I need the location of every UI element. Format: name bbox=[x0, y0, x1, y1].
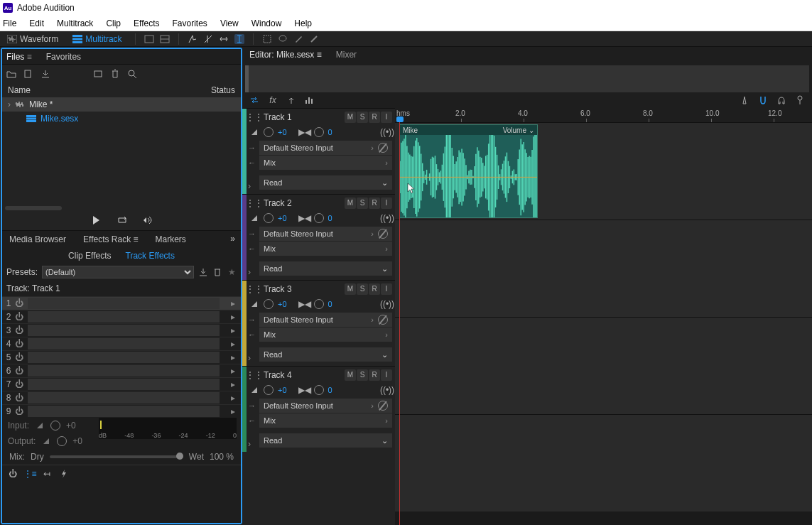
record-button[interactable]: R bbox=[369, 112, 380, 123]
play-icon[interactable] bbox=[91, 215, 101, 225]
stereo-icon[interactable]: ((•)) bbox=[382, 385, 392, 395]
solo-button[interactable]: S bbox=[357, 283, 368, 295]
marquee-tool-icon[interactable] bbox=[262, 34, 272, 44]
brush-tool-icon[interactable] bbox=[293, 34, 303, 44]
tab-files[interactable]: Files ≡ bbox=[6, 52, 32, 62]
waveform-mode-button[interactable]: Waveform bbox=[3, 33, 63, 45]
hud-icon-2[interactable] bbox=[160, 34, 170, 44]
hamburger-icon[interactable]: ≡ bbox=[27, 52, 32, 62]
pan-knob[interactable] bbox=[314, 299, 324, 309]
file-row[interactable]: Mike.sesx bbox=[2, 112, 241, 126]
open-file-icon[interactable] bbox=[6, 69, 16, 79]
eq-icon[interactable] bbox=[305, 95, 315, 105]
effect-slot[interactable]: 3⏻▸ bbox=[2, 323, 241, 337]
phase-icon[interactable] bbox=[378, 401, 388, 411]
insert-icon[interactable] bbox=[93, 69, 103, 79]
loop-icon[interactable] bbox=[117, 215, 126, 225]
search-icon[interactable] bbox=[127, 69, 137, 79]
volume-value[interactable]: +0 bbox=[278, 214, 287, 222]
collapse-icon[interactable]: › bbox=[248, 181, 251, 191]
track-lane[interactable] bbox=[395, 220, 812, 317]
tab-media-browser[interactable]: Media Browser bbox=[9, 234, 66, 244]
volume-knob[interactable] bbox=[264, 127, 274, 137]
effect-slot[interactable]: 4⏻▸ bbox=[2, 337, 241, 350]
menu-window[interactable]: Window bbox=[251, 18, 282, 28]
slip-tool-icon[interactable] bbox=[219, 34, 229, 44]
track-name[interactable]: Track 1 bbox=[264, 112, 340, 122]
phase-icon[interactable] bbox=[378, 229, 388, 239]
tab-track-effects[interactable]: Track Effects bbox=[126, 251, 175, 261]
mute-button[interactable]: M bbox=[345, 112, 356, 123]
record-button[interactable]: R bbox=[369, 369, 380, 381]
tab-clip-effects[interactable]: Clip Effects bbox=[68, 251, 111, 261]
save-preset-icon[interactable] bbox=[198, 267, 208, 277]
collapse-icon[interactable]: › bbox=[248, 439, 251, 449]
stereo-icon[interactable]: ((•)) bbox=[382, 213, 392, 223]
track-name[interactable]: Track 4 bbox=[264, 370, 340, 380]
effect-slot[interactable]: 9⏻▸ bbox=[2, 404, 241, 418]
timeline[interactable]: hms 2.04.06.08.010.012.0 MikeVolume ⌄ bbox=[395, 108, 812, 525]
solo-button[interactable]: S bbox=[357, 197, 368, 209]
hamburger-icon[interactable]: ≡ bbox=[134, 234, 139, 244]
pan-knob[interactable] bbox=[314, 127, 324, 137]
heal-tool-icon[interactable] bbox=[309, 34, 319, 44]
headphone-icon[interactable] bbox=[776, 95, 786, 105]
playhead[interactable] bbox=[399, 120, 400, 525]
menu-clip[interactable]: Clip bbox=[106, 18, 121, 28]
volume-knob[interactable] bbox=[264, 299, 274, 309]
grip-icon[interactable]: ⋮⋮ bbox=[249, 284, 259, 294]
input-knob[interactable] bbox=[50, 421, 60, 431]
hamburger-icon[interactable]: ≡ bbox=[317, 50, 322, 60]
track-lane[interactable]: MikeVolume ⌄ bbox=[395, 122, 812, 220]
mix-slider[interactable] bbox=[50, 455, 183, 458]
delete-preset-icon[interactable] bbox=[212, 267, 222, 277]
grip-icon[interactable]: ⋮⋮ bbox=[249, 112, 259, 122]
pan-value[interactable]: 0 bbox=[328, 386, 332, 394]
output-select[interactable]: ←Mix› bbox=[259, 328, 392, 342]
menu-file[interactable]: File bbox=[3, 18, 16, 28]
track-name[interactable]: Track 2 bbox=[264, 198, 340, 208]
solo-button[interactable]: S bbox=[357, 369, 368, 381]
presets-select[interactable]: (Default) bbox=[42, 266, 194, 278]
snap-icon[interactable] bbox=[758, 95, 768, 105]
input-select[interactable]: →Default Stereo Input› bbox=[259, 141, 392, 155]
phase-icon[interactable] bbox=[378, 315, 388, 325]
grip-icon[interactable]: ⋮⋮ bbox=[249, 370, 259, 380]
import-icon[interactable] bbox=[40, 69, 50, 79]
tab-markers[interactable]: Markers bbox=[156, 234, 186, 244]
record-button[interactable]: R bbox=[369, 197, 380, 209]
monitor-button[interactable]: I bbox=[381, 197, 392, 209]
volume-knob[interactable] bbox=[264, 213, 274, 223]
volume-value[interactable]: +0 bbox=[278, 300, 287, 308]
effect-slot[interactable]: 7⏻▸ bbox=[2, 377, 241, 391]
track-lane[interactable] bbox=[395, 414, 812, 512]
effect-slot[interactable]: 5⏻▸ bbox=[2, 350, 241, 364]
volume-value[interactable]: +0 bbox=[278, 128, 287, 136]
menu-edit[interactable]: Edit bbox=[29, 18, 44, 28]
input-select[interactable]: →Default Stereo Input› bbox=[259, 399, 392, 413]
grip-icon[interactable]: ⋮⋮ bbox=[249, 198, 259, 208]
monitor-button[interactable]: I bbox=[381, 112, 392, 123]
disclosure-icon[interactable]: › bbox=[8, 99, 11, 109]
time-ruler[interactable]: hms 2.04.06.08.010.012.0 bbox=[395, 108, 812, 122]
effect-slot[interactable]: 2⏻▸ bbox=[2, 310, 241, 323]
menu-view[interactable]: View bbox=[220, 18, 239, 28]
auto-play-icon[interactable] bbox=[142, 215, 152, 225]
razor-tool-icon[interactable] bbox=[203, 34, 213, 44]
phase-icon[interactable] bbox=[378, 143, 388, 153]
pan-value[interactable]: 0 bbox=[328, 128, 332, 136]
input-select[interactable]: →Default Stereo Input› bbox=[259, 313, 392, 327]
output-knob[interactable] bbox=[57, 436, 67, 446]
monitor-button[interactable]: I bbox=[381, 283, 392, 295]
power-all-icon[interactable]: ⏻ bbox=[8, 469, 18, 479]
automation-mode-select[interactable]: Read⌄ bbox=[259, 347, 392, 362]
solo-button[interactable]: S bbox=[357, 112, 368, 123]
mute-button[interactable]: M bbox=[345, 283, 356, 295]
sends-icon[interactable] bbox=[286, 95, 296, 105]
automation-mode-select[interactable]: Read⌄ bbox=[259, 433, 392, 448]
pan-knob[interactable] bbox=[314, 385, 324, 395]
delete-icon[interactable] bbox=[110, 69, 120, 79]
pan-value[interactable]: 0 bbox=[328, 300, 332, 308]
menu-help[interactable]: Help bbox=[294, 18, 312, 28]
volume-knob[interactable] bbox=[264, 385, 274, 395]
